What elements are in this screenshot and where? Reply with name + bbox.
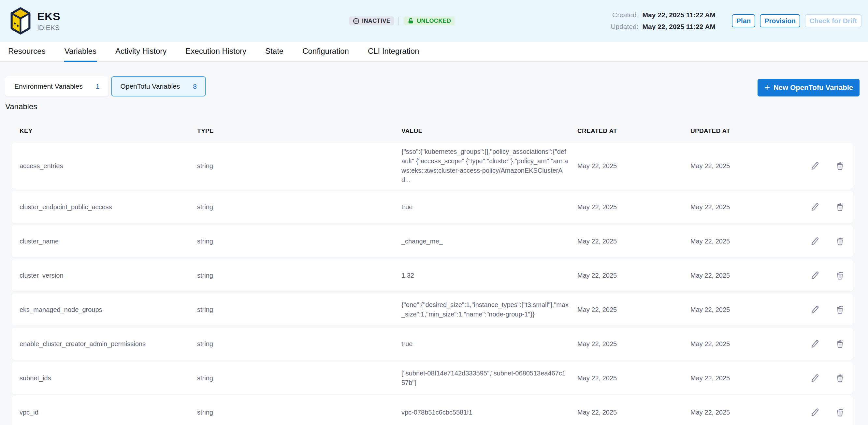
edit-variable-button[interactable] xyxy=(810,202,820,212)
edit-variable-button[interactable] xyxy=(810,407,820,418)
pencil-icon xyxy=(810,407,820,417)
variable-type-cell: string xyxy=(197,374,401,382)
row-actions xyxy=(798,236,845,246)
variable-type-cell: string xyxy=(197,272,401,279)
check-for-drift-button[interactable]: Check for Drift xyxy=(805,14,862,27)
edit-variable-button[interactable] xyxy=(810,304,820,315)
badge-divider xyxy=(399,17,399,25)
variable-value-cell: ["subnet-08f14e7142d333595","subnet-0680… xyxy=(401,369,574,388)
table-row: cluster_versionstring1.32May 22, 2025May… xyxy=(12,260,853,292)
table-header: KEYTYPEVALUECREATED ATUPDATED AT xyxy=(12,127,853,134)
tab-resources[interactable]: Resources xyxy=(8,42,46,62)
trash-icon xyxy=(835,271,845,280)
updated-at-cell: May 22, 2025 xyxy=(690,340,798,348)
edit-variable-button[interactable] xyxy=(810,161,820,171)
row-actions xyxy=(798,304,845,315)
updated-at-cell: May 22, 2025 xyxy=(690,272,798,279)
delete-variable-button[interactable] xyxy=(835,373,845,383)
delete-variable-button[interactable] xyxy=(835,202,845,212)
tab-activity-history[interactable]: Activity History xyxy=(115,42,167,62)
subtab-label: OpenTofu Variables xyxy=(120,83,180,90)
tab-cli-integration[interactable]: CLI Integration xyxy=(368,42,419,62)
unlocked-badge-label: UNLOCKED xyxy=(417,18,451,25)
pencil-icon xyxy=(810,271,820,280)
table-row: cluster_namestring_change_me_May 22, 202… xyxy=(12,225,853,257)
delete-variable-button[interactable] xyxy=(835,161,845,171)
created-at-cell: May 22, 2025 xyxy=(577,374,690,382)
tab-configuration[interactable]: Configuration xyxy=(302,42,349,62)
status-badge-inactive: INACTIVE xyxy=(349,17,394,25)
page-title: EKS xyxy=(37,10,60,23)
variable-value-cell: true xyxy=(401,203,574,212)
column-header-type: TYPE xyxy=(197,127,401,134)
timestamps: Created: May 22, 2025 11:22 AM Updated: … xyxy=(603,11,716,31)
created-at-cell: May 22, 2025 xyxy=(577,238,690,245)
variables-page: Environment Variables1OpenTofu Variables… xyxy=(0,76,868,425)
delete-variable-button[interactable] xyxy=(835,236,845,246)
circle-minus-icon xyxy=(353,18,360,24)
created-label: Created: xyxy=(603,11,639,19)
trash-icon xyxy=(835,305,845,314)
inactive-badge-label: INACTIVE xyxy=(362,18,390,25)
subtab-opentofu-variables[interactable]: OpenTofu Variables8 xyxy=(111,76,206,96)
cube-environment-icon xyxy=(10,7,31,35)
variable-key-cell: eks_managed_node_groups xyxy=(20,306,197,313)
pencil-icon xyxy=(810,305,820,314)
variable-type-cell: string xyxy=(197,340,401,348)
row-actions xyxy=(798,202,845,212)
table-row: access_entriesstring{"sso":{"kubernetes_… xyxy=(12,143,853,189)
column-header-actions xyxy=(798,127,845,134)
edit-variable-button[interactable] xyxy=(810,339,820,349)
new-opentofu-variable-button[interactable]: + New OpenTofu Variable xyxy=(757,79,860,96)
tab-execution-history[interactable]: Execution History xyxy=(185,42,247,62)
plan-button[interactable]: Plan xyxy=(732,14,755,27)
variable-type-cell: string xyxy=(197,203,401,211)
variables-table: KEYTYPEVALUECREATED ATUPDATED AT access_… xyxy=(12,127,853,425)
environment-id: ID:EKS xyxy=(37,24,60,32)
row-actions xyxy=(798,373,845,383)
created-at-cell: May 22, 2025 xyxy=(577,203,690,211)
tab-variables[interactable]: Variables xyxy=(64,42,97,62)
row-actions xyxy=(798,339,845,349)
edit-variable-button[interactable] xyxy=(810,270,820,281)
variable-type-cell: string xyxy=(197,409,401,416)
trash-icon xyxy=(835,161,845,171)
variable-key-cell: cluster_version xyxy=(20,272,197,279)
column-header-value: VALUE xyxy=(401,127,577,134)
subtab-environment-variables[interactable]: Environment Variables1 xyxy=(5,76,108,96)
trash-icon xyxy=(835,373,845,383)
created-at-cell: May 22, 2025 xyxy=(577,162,690,170)
pencil-icon xyxy=(810,236,820,246)
delete-variable-button[interactable] xyxy=(835,270,845,281)
variable-type-cell: string xyxy=(197,238,401,245)
tab-state[interactable]: State xyxy=(265,42,284,62)
updated-at-cell: May 22, 2025 xyxy=(690,203,798,211)
variable-type-subtabs: Environment Variables1OpenTofu Variables… xyxy=(5,76,206,96)
trash-icon xyxy=(835,407,845,417)
variable-value-cell: _change_me_ xyxy=(401,237,574,246)
variable-key-cell: access_entries xyxy=(20,162,197,170)
row-actions xyxy=(798,161,845,171)
column-header-key: KEY xyxy=(20,127,197,134)
new-variable-button-label: New OpenTofu Variable xyxy=(774,84,853,92)
section-title: Variables xyxy=(5,102,868,111)
provision-button[interactable]: Provision xyxy=(760,14,800,27)
variable-value-cell: 1.32 xyxy=(401,271,574,280)
subtab-count-badge: 1 xyxy=(96,83,100,90)
edit-variable-button[interactable] xyxy=(810,373,820,383)
environment-brand: EKS ID:EKS xyxy=(10,7,60,35)
table-body: access_entriesstring{"sso":{"kubernetes_… xyxy=(12,143,853,425)
trash-icon xyxy=(835,339,845,349)
delete-variable-button[interactable] xyxy=(835,304,845,315)
delete-variable-button[interactable] xyxy=(835,407,845,418)
variable-key-cell: cluster_endpoint_public_access xyxy=(20,203,197,211)
updated-at-cell: May 22, 2025 xyxy=(690,162,798,170)
trash-icon xyxy=(835,236,845,246)
unlock-icon xyxy=(407,18,414,25)
updated-at-cell: May 22, 2025 xyxy=(690,238,798,245)
delete-variable-button[interactable] xyxy=(835,339,845,349)
pencil-icon xyxy=(810,202,820,212)
table-row: enable_cluster_creator_admin_permissions… xyxy=(12,328,853,360)
status-badges: INACTIVE UNLOCKED xyxy=(349,17,455,25)
edit-variable-button[interactable] xyxy=(810,236,820,246)
